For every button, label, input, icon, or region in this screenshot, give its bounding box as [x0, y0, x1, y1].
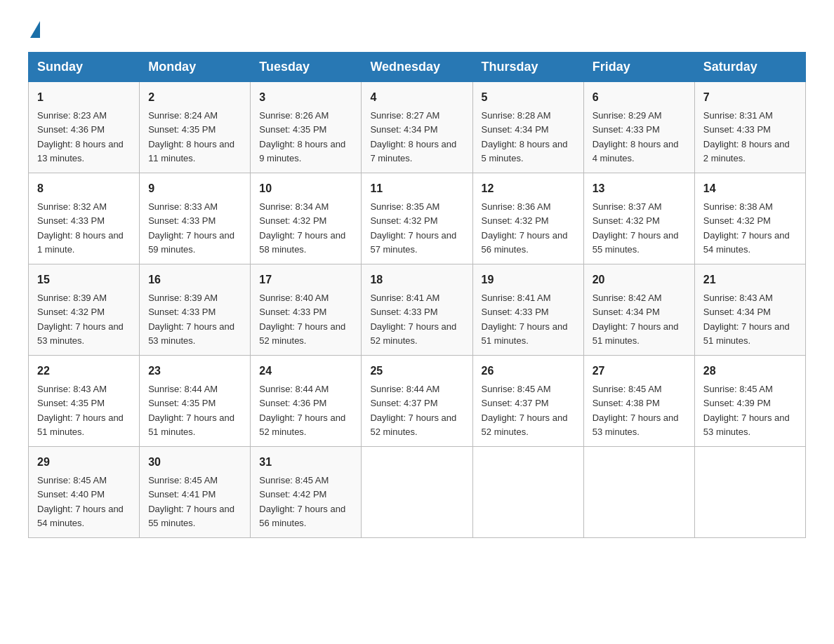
- calendar-cell: [694, 447, 805, 538]
- day-info: Sunrise: 8:45 AMSunset: 4:42 PMDaylight:…: [259, 475, 345, 528]
- calendar-cell: [583, 447, 694, 538]
- day-info: Sunrise: 8:29 AMSunset: 4:33 PMDaylight:…: [593, 110, 679, 163]
- day-number: 31: [259, 454, 352, 471]
- day-info: Sunrise: 8:39 AMSunset: 4:32 PMDaylight:…: [37, 293, 124, 346]
- header-saturday: Saturday: [694, 53, 805, 82]
- day-number: 2: [148, 89, 241, 106]
- calendar-cell: 23 Sunrise: 8:44 AMSunset: 4:35 PMDaylig…: [140, 356, 251, 447]
- day-number: 28: [703, 363, 797, 380]
- day-info: Sunrise: 8:36 AMSunset: 4:32 PMDaylight:…: [482, 201, 568, 255]
- calendar-table: SundayMondayTuesdayWednesdayThursdayFrid…: [28, 52, 806, 538]
- day-number: 5: [482, 89, 575, 106]
- day-info: Sunrise: 8:39 AMSunset: 4:33 PMDaylight:…: [148, 293, 234, 346]
- day-number: 24: [259, 363, 352, 380]
- day-info: Sunrise: 8:40 AMSunset: 4:33 PMDaylight:…: [259, 293, 345, 346]
- day-number: 27: [593, 363, 686, 380]
- day-info: Sunrise: 8:26 AMSunset: 4:35 PMDaylight:…: [259, 110, 345, 163]
- day-number: 11: [370, 180, 463, 197]
- header-monday: Monday: [140, 53, 251, 82]
- day-number: 22: [37, 363, 131, 380]
- day-info: Sunrise: 8:45 AMSunset: 4:39 PMDaylight:…: [703, 384, 790, 437]
- week-row-3: 15 Sunrise: 8:39 AMSunset: 4:32 PMDaylig…: [29, 264, 806, 356]
- day-number: 18: [370, 271, 463, 288]
- day-number: 1: [37, 89, 131, 106]
- calendar-cell: 20 Sunrise: 8:42 AMSunset: 4:34 PMDaylig…: [583, 264, 694, 356]
- calendar-cell: 19 Sunrise: 8:41 AMSunset: 4:33 PMDaylig…: [472, 264, 583, 356]
- day-number: 30: [148, 454, 241, 471]
- day-info: Sunrise: 8:24 AMSunset: 4:35 PMDaylight:…: [148, 110, 234, 163]
- day-number: 23: [148, 363, 241, 380]
- calendar-cell: 13 Sunrise: 8:37 AMSunset: 4:32 PMDaylig…: [583, 173, 694, 264]
- day-info: Sunrise: 8:34 AMSunset: 4:32 PMDaylight:…: [259, 201, 345, 255]
- day-number: 20: [593, 271, 686, 288]
- day-number: 8: [37, 180, 131, 197]
- day-info: Sunrise: 8:32 AMSunset: 4:33 PMDaylight:…: [37, 201, 124, 255]
- day-info: Sunrise: 8:43 AMSunset: 4:35 PMDaylight:…: [37, 384, 124, 437]
- header-wednesday: Wednesday: [362, 53, 472, 82]
- day-number: 3: [259, 89, 352, 106]
- calendar-cell: 6 Sunrise: 8:29 AMSunset: 4:33 PMDayligh…: [583, 82, 694, 173]
- calendar-cell: 11 Sunrise: 8:35 AMSunset: 4:32 PMDaylig…: [362, 173, 472, 264]
- calendar-cell: 5 Sunrise: 8:28 AMSunset: 4:34 PMDayligh…: [472, 82, 583, 173]
- calendar-cell: 3 Sunrise: 8:26 AMSunset: 4:35 PMDayligh…: [251, 82, 362, 173]
- day-info: Sunrise: 8:41 AMSunset: 4:33 PMDaylight:…: [370, 293, 456, 346]
- page-header: [28, 21, 806, 38]
- day-info: Sunrise: 8:28 AMSunset: 4:34 PMDaylight:…: [482, 110, 568, 163]
- calendar-cell: 1 Sunrise: 8:23 AMSunset: 4:36 PMDayligh…: [29, 82, 140, 173]
- calendar-cell: 7 Sunrise: 8:31 AMSunset: 4:33 PMDayligh…: [694, 82, 805, 173]
- weekday-header-row: SundayMondayTuesdayWednesdayThursdayFrid…: [29, 53, 806, 82]
- day-number: 15: [37, 271, 131, 288]
- calendar-cell: 22 Sunrise: 8:43 AMSunset: 4:35 PMDaylig…: [29, 356, 140, 447]
- day-number: 21: [703, 271, 797, 288]
- day-info: Sunrise: 8:42 AMSunset: 4:34 PMDaylight:…: [593, 293, 679, 346]
- header-thursday: Thursday: [472, 53, 583, 82]
- calendar-cell: 12 Sunrise: 8:36 AMSunset: 4:32 PMDaylig…: [472, 173, 583, 264]
- week-row-5: 29 Sunrise: 8:45 AMSunset: 4:40 PMDaylig…: [29, 447, 806, 538]
- calendar-cell: 18 Sunrise: 8:41 AMSunset: 4:33 PMDaylig…: [362, 264, 472, 356]
- day-info: Sunrise: 8:43 AMSunset: 4:34 PMDaylight:…: [703, 293, 790, 346]
- day-info: Sunrise: 8:44 AMSunset: 4:36 PMDaylight:…: [259, 384, 345, 437]
- calendar-cell: 14 Sunrise: 8:38 AMSunset: 4:32 PMDaylig…: [694, 173, 805, 264]
- calendar-cell: 10 Sunrise: 8:34 AMSunset: 4:32 PMDaylig…: [251, 173, 362, 264]
- day-number: 12: [482, 180, 575, 197]
- day-info: Sunrise: 8:45 AMSunset: 4:37 PMDaylight:…: [482, 384, 568, 437]
- header-friday: Friday: [583, 53, 694, 82]
- calendar-cell: 8 Sunrise: 8:32 AMSunset: 4:33 PMDayligh…: [29, 173, 140, 264]
- calendar-cell: 25 Sunrise: 8:44 AMSunset: 4:37 PMDaylig…: [362, 356, 472, 447]
- calendar-cell: [472, 447, 583, 538]
- header-sunday: Sunday: [29, 53, 140, 82]
- calendar-cell: 9 Sunrise: 8:33 AMSunset: 4:33 PMDayligh…: [140, 173, 251, 264]
- logo-triangle-icon: [30, 21, 40, 38]
- day-number: 14: [703, 180, 797, 197]
- day-info: Sunrise: 8:44 AMSunset: 4:35 PMDaylight:…: [148, 384, 234, 437]
- day-number: 19: [482, 271, 575, 288]
- calendar-cell: 21 Sunrise: 8:43 AMSunset: 4:34 PMDaylig…: [694, 264, 805, 356]
- calendar-cell: 2 Sunrise: 8:24 AMSunset: 4:35 PMDayligh…: [140, 82, 251, 173]
- day-info: Sunrise: 8:35 AMSunset: 4:32 PMDaylight:…: [370, 201, 456, 255]
- week-row-1: 1 Sunrise: 8:23 AMSunset: 4:36 PMDayligh…: [29, 82, 806, 173]
- day-number: 26: [482, 363, 575, 380]
- day-info: Sunrise: 8:45 AMSunset: 4:40 PMDaylight:…: [37, 475, 124, 528]
- day-info: Sunrise: 8:41 AMSunset: 4:33 PMDaylight:…: [482, 293, 568, 346]
- day-number: 17: [259, 271, 352, 288]
- calendar-cell: 15 Sunrise: 8:39 AMSunset: 4:32 PMDaylig…: [29, 264, 140, 356]
- day-info: Sunrise: 8:27 AMSunset: 4:34 PMDaylight:…: [370, 110, 456, 163]
- calendar-cell: 16 Sunrise: 8:39 AMSunset: 4:33 PMDaylig…: [140, 264, 251, 356]
- logo: [28, 21, 40, 38]
- day-info: Sunrise: 8:31 AMSunset: 4:33 PMDaylight:…: [703, 110, 790, 163]
- day-number: 29: [37, 454, 131, 471]
- week-row-4: 22 Sunrise: 8:43 AMSunset: 4:35 PMDaylig…: [29, 356, 806, 447]
- calendar-cell: 31 Sunrise: 8:45 AMSunset: 4:42 PMDaylig…: [251, 447, 362, 538]
- calendar-cell: 30 Sunrise: 8:45 AMSunset: 4:41 PMDaylig…: [140, 447, 251, 538]
- day-info: Sunrise: 8:45 AMSunset: 4:38 PMDaylight:…: [593, 384, 679, 437]
- week-row-2: 8 Sunrise: 8:32 AMSunset: 4:33 PMDayligh…: [29, 173, 806, 264]
- day-number: 16: [148, 271, 241, 288]
- day-number: 6: [593, 89, 686, 106]
- calendar-cell: [362, 447, 472, 538]
- calendar-cell: 27 Sunrise: 8:45 AMSunset: 4:38 PMDaylig…: [583, 356, 694, 447]
- day-info: Sunrise: 8:45 AMSunset: 4:41 PMDaylight:…: [148, 475, 234, 528]
- calendar-cell: 17 Sunrise: 8:40 AMSunset: 4:33 PMDaylig…: [251, 264, 362, 356]
- day-number: 25: [370, 363, 463, 380]
- day-info: Sunrise: 8:38 AMSunset: 4:32 PMDaylight:…: [703, 201, 790, 255]
- calendar-cell: 4 Sunrise: 8:27 AMSunset: 4:34 PMDayligh…: [362, 82, 472, 173]
